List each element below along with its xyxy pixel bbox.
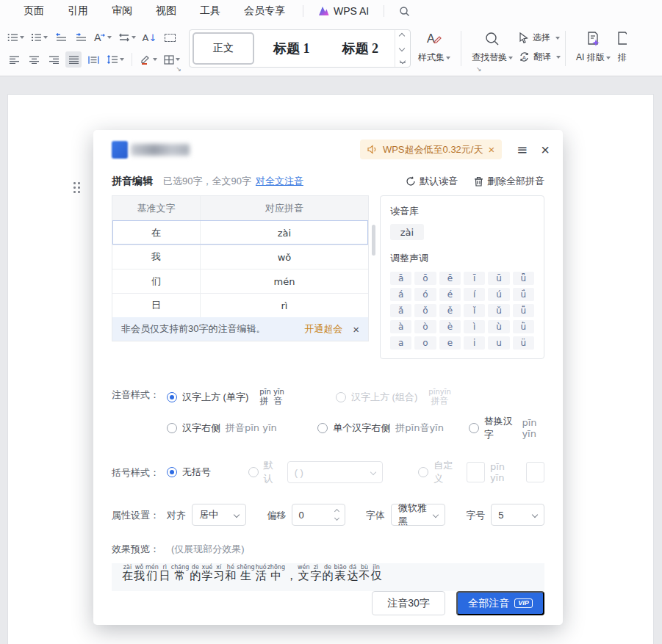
bullet-list-button[interactable] xyxy=(6,29,26,46)
group-expand-icon[interactable]: ↘ xyxy=(176,65,181,73)
tone-chip[interactable]: ü xyxy=(513,336,534,350)
tone-chip[interactable]: ū xyxy=(488,272,509,285)
tone-chip[interactable]: ǎ xyxy=(390,304,411,317)
tone-chip[interactable]: ā xyxy=(390,272,411,285)
radio-no-bracket[interactable]: 无括号 xyxy=(167,466,248,479)
radio-custom-bracket[interactable]: 自定义 xyxy=(418,459,461,485)
offset-spinner[interactable] xyxy=(329,510,339,520)
style-gallery-item[interactable]: 正文 xyxy=(193,32,254,65)
tone-chip[interactable]: á xyxy=(390,288,411,301)
style-set-button[interactable]: A 样式集 xyxy=(412,22,456,64)
line-spacing-button[interactable] xyxy=(105,51,126,68)
custom-bracket-right-input[interactable] xyxy=(526,462,544,482)
radio-above-combo[interactable]: 汉字上方 (组合) pīnyīn 拼音 xyxy=(336,388,451,405)
tone-chip[interactable]: ù xyxy=(488,320,509,333)
annotate-30-button[interactable]: 注音30字 xyxy=(372,591,445,615)
font-select[interactable]: 微软雅黑 xyxy=(391,504,445,526)
tone-chip[interactable]: ì xyxy=(464,320,485,333)
dialog-menu-icon[interactable]: ≡ xyxy=(517,142,528,157)
tone-chip[interactable]: ǖ xyxy=(513,272,534,285)
annotate-all-link[interactable]: 对全文注音 xyxy=(256,175,303,188)
banner-close-icon[interactable]: × xyxy=(353,324,359,335)
tone-chip[interactable]: ǚ xyxy=(513,304,534,317)
gallery-more-button[interactable] xyxy=(400,59,406,63)
tone-chip[interactable]: ó xyxy=(414,288,436,301)
gallery-scroll-down-icon[interactable] xyxy=(399,46,405,51)
custom-bracket-left-input[interactable] xyxy=(467,462,485,482)
tone-chip[interactable]: ī xyxy=(464,272,485,285)
tone-chip[interactable]: o xyxy=(414,336,436,350)
align-right-button[interactable] xyxy=(46,51,62,68)
menu-item[interactable]: 页面 xyxy=(12,1,56,21)
dialog-close-icon[interactable]: × xyxy=(541,142,550,157)
swap-text-button[interactable] xyxy=(117,29,137,46)
delete-all-pinyin-button[interactable]: 删除全部拼音 xyxy=(474,175,544,188)
tone-chip[interactable]: ǘ xyxy=(513,288,534,301)
ai-layout-button[interactable]: AI 排版 xyxy=(570,22,616,64)
style-gallery-item[interactable]: 标题 1 xyxy=(257,30,326,67)
menu-item[interactable]: 审阅 xyxy=(100,1,144,21)
tone-chip[interactable]: ō xyxy=(414,272,436,285)
tone-chip[interactable]: è xyxy=(439,320,461,333)
translate-button[interactable]: A 翻译 xyxy=(519,51,561,63)
tone-chip[interactable]: í xyxy=(464,288,485,301)
radio-right-side[interactable]: 汉字右侧 拼音pīn yīn xyxy=(167,422,317,435)
tone-chip[interactable]: i xyxy=(464,336,485,350)
justify-button[interactable] xyxy=(65,51,82,68)
gallery-scroll-up-icon[interactable] xyxy=(399,33,405,39)
tone-chip[interactable]: ò xyxy=(414,320,436,333)
increase-indent-button[interactable] xyxy=(73,29,89,46)
clipped-button[interactable]: 排 xyxy=(616,22,627,64)
radio-each-right[interactable]: 单个汉字右侧 拼pīn音yīn xyxy=(317,422,468,435)
radio-default-bracket[interactable]: 默认 xyxy=(248,459,281,485)
tone-chip[interactable]: ě xyxy=(439,304,461,317)
default-reading-button[interactable]: 默认读音 xyxy=(406,175,458,188)
group-expand-icon[interactable]: ↘ xyxy=(476,65,482,73)
sort-button[interactable]: A↓ xyxy=(141,29,159,46)
tone-chip[interactable]: ú xyxy=(488,288,509,301)
table-scrollbar[interactable] xyxy=(372,225,375,256)
upgrade-link[interactable]: 开通超会 xyxy=(304,322,342,336)
table-row[interactable]: 在zài xyxy=(112,220,368,245)
align-center-button[interactable] xyxy=(26,51,42,68)
text-scale-button[interactable]: A xyxy=(93,29,113,46)
tone-chip[interactable]: ǒ xyxy=(414,304,436,317)
wps-ai-menu-button[interactable]: WPS AI xyxy=(309,2,378,20)
paragraph-frame-button[interactable] xyxy=(162,29,178,46)
align-left-button[interactable] xyxy=(6,51,22,68)
drag-handle[interactable] xyxy=(73,182,81,194)
highlight-color-button[interactable] xyxy=(138,51,159,68)
table-row[interactable]: 我wǒ xyxy=(112,245,368,269)
menu-item[interactable]: 视图 xyxy=(144,1,188,21)
table-row[interactable]: 们mén xyxy=(112,269,368,293)
distribute-button[interactable] xyxy=(85,51,101,68)
menu-item[interactable]: 会员专享 xyxy=(232,1,297,21)
tone-chip[interactable]: e xyxy=(439,336,461,350)
table-row[interactable]: 日rì xyxy=(112,293,368,317)
select-button[interactable]: 选择 xyxy=(519,32,561,44)
tone-chip[interactable]: a xyxy=(390,336,411,350)
style-gallery-item[interactable]: 标题 2 xyxy=(326,30,395,67)
bracket-type-select[interactable]: ( ) xyxy=(287,461,384,483)
promo-banner[interactable]: WPS超会低至0.32元/天 × xyxy=(360,140,502,159)
tone-chip[interactable]: ǜ xyxy=(513,320,534,333)
annotate-all-button[interactable]: 全部注音 VIP xyxy=(456,591,544,615)
tone-chip[interactable]: é xyxy=(439,288,461,301)
size-select[interactable]: 5 xyxy=(491,504,544,526)
align-select[interactable]: 居中 xyxy=(192,504,246,526)
promo-close-icon[interactable]: × xyxy=(488,144,494,155)
tone-chip[interactable]: u xyxy=(488,336,509,350)
tone-chip[interactable]: ǔ xyxy=(488,304,509,317)
menu-search-button[interactable] xyxy=(390,3,419,20)
numbered-list-button[interactable] xyxy=(29,29,49,46)
find-replace-button[interactable]: 查找替换 xyxy=(466,22,519,64)
tone-chip[interactable]: ē xyxy=(439,272,461,285)
offset-input[interactable]: 0 xyxy=(292,504,345,526)
menu-item[interactable]: 引用 xyxy=(56,1,100,21)
radio-replace-hanzi[interactable]: 替换汉字 pīn yīn xyxy=(469,415,550,441)
menu-item[interactable]: 工具 xyxy=(188,1,232,21)
tone-chip[interactable]: ǐ xyxy=(464,304,485,317)
reading-option-chip[interactable]: zài xyxy=(390,224,424,240)
tone-chip[interactable]: à xyxy=(390,320,411,333)
radio-above-single[interactable]: 汉字上方 (单字) pīn yīn 拼 音 xyxy=(167,388,336,405)
